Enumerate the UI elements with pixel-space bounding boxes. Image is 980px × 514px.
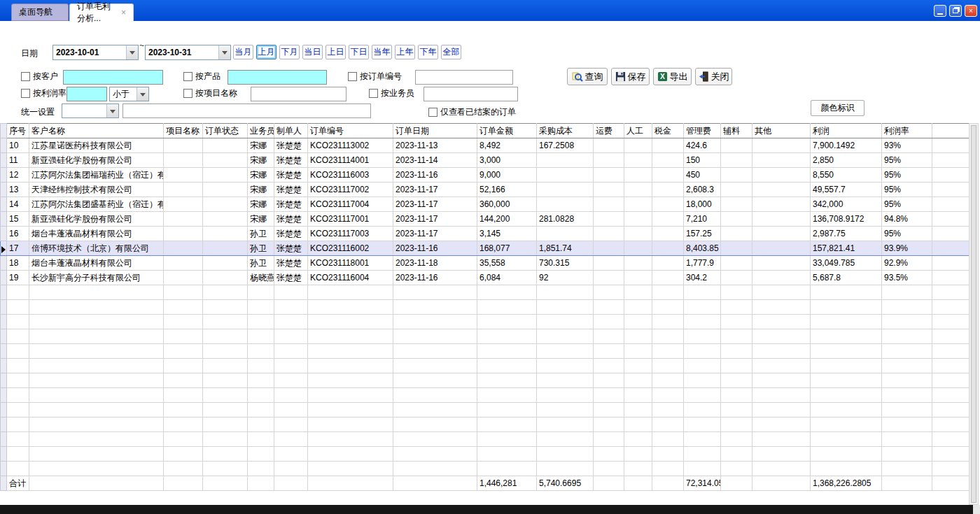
cell-rate[interactable]: 95% — [882, 153, 932, 168]
cell-date[interactable]: 2023-11-13 — [393, 138, 477, 153]
cell-customer[interactable]: 长沙新宇高分子科技有限公司 — [29, 271, 164, 285]
cell-mgmt[interactable]: 8,403.85 — [684, 241, 721, 256]
column-header-order_no[interactable]: 订单编号 — [308, 124, 393, 138]
column-header-mgmt[interactable]: 管理费 — [684, 124, 721, 138]
quick-range-button-全部[interactable]: 全部 — [441, 45, 461, 59]
row-selector-gutter[interactable] — [1, 388, 7, 403]
chevron-down-icon[interactable] — [218, 45, 230, 59]
cell-cost[interactable]: 1,851.74 — [537, 241, 594, 256]
cell-date[interactable]: 2023-11-17 — [393, 197, 477, 212]
cell-order_no[interactable]: KCO231117001 — [308, 212, 393, 227]
tab-order-profit-analysis[interactable]: 订单毛利分析... × — [69, 3, 134, 21]
cell-amount[interactable]: 6,084 — [477, 271, 537, 285]
cell-cost[interactable]: 167.2508 — [537, 138, 594, 153]
table-row[interactable]: 13天津经纬控制技术有限公司宋娜张楚楚KCO2311170022023-11-1… — [1, 183, 970, 197]
row-selector-gutter[interactable] — [1, 476, 7, 491]
tab-close-icon[interactable]: × — [121, 8, 126, 17]
cell-cost[interactable] — [537, 197, 594, 212]
cell-customer[interactable]: 烟台丰蓬液晶材料有限公司 — [29, 256, 164, 271]
cell-creator[interactable]: 张楚楚 — [274, 256, 308, 271]
cell-customer[interactable]: 江苏阿尔法集团福瑞药业（宿迁）有限公司 — [29, 168, 164, 183]
search-button[interactable]: 查询 — [567, 68, 608, 85]
cell-status[interactable] — [203, 138, 248, 153]
only-closed-checkbox[interactable] — [428, 108, 438, 117]
cell-cost[interactable] — [537, 153, 594, 168]
cell-rate[interactable]: 95% — [882, 197, 932, 212]
cell-customer[interactable]: 新亚强硅化学股份有限公司 — [29, 153, 164, 168]
quick-range-button-下月[interactable]: 下月 — [279, 45, 300, 59]
product-filter-input[interactable] — [227, 70, 327, 85]
cell-other[interactable] — [752, 241, 811, 256]
column-header-no[interactable]: 序号 — [7, 124, 29, 138]
cell-cost[interactable] — [537, 183, 594, 197]
cell-amount[interactable]: 52,166 — [477, 183, 537, 197]
cell-salesman[interactable]: 杨晓燕 — [248, 271, 274, 285]
cell-no[interactable]: 16 — [7, 227, 29, 241]
cell-tax[interactable] — [652, 256, 684, 271]
cell-date[interactable]: 2023-11-17 — [393, 212, 477, 227]
cell-tax[interactable] — [652, 227, 684, 241]
cell-status[interactable] — [203, 271, 248, 285]
cell-profit[interactable]: 8,550 — [811, 168, 882, 183]
horizontal-scrollbar[interactable] — [0, 505, 980, 514]
cell-labor[interactable] — [624, 256, 652, 271]
row-selector-gutter[interactable] — [1, 447, 7, 462]
quick-range-button-当月[interactable]: 当月 — [233, 45, 253, 59]
cell-blank[interactable] — [932, 212, 970, 227]
cell-mgmt[interactable]: 2,608.3 — [684, 183, 721, 197]
cell-profit[interactable]: 49,557.7 — [811, 183, 882, 197]
cell-aux[interactable] — [721, 256, 752, 271]
cell-labor[interactable] — [624, 227, 652, 241]
cell-labor[interactable] — [624, 271, 652, 285]
cell-status[interactable] — [203, 168, 248, 183]
cell-freight[interactable] — [594, 153, 624, 168]
row-selector-gutter[interactable] — [1, 197, 7, 212]
cell-date[interactable]: 2023-11-16 — [393, 241, 477, 256]
cell-blank[interactable] — [932, 153, 970, 168]
by-salesman-checkbox[interactable] — [369, 89, 378, 98]
cell-rate[interactable]: 95% — [882, 168, 932, 183]
restore-button[interactable] — [949, 5, 962, 17]
cell-status[interactable] — [203, 227, 248, 241]
cell-salesman[interactable]: 孙卫 — [248, 227, 274, 241]
cell-project[interactable] — [164, 153, 203, 168]
table-row[interactable]: 14江苏阿尔法集团盛基药业（宿迁）有限公司宋娜张楚楚KCO23111700420… — [1, 197, 970, 212]
cell-no[interactable]: 12 — [7, 168, 29, 183]
column-header-customer[interactable]: 客户名称 — [29, 124, 164, 138]
cell-date[interactable]: 2023-11-16 — [393, 271, 477, 285]
row-selector-gutter[interactable] — [1, 241, 7, 256]
cell-salesman[interactable]: 宋娜 — [248, 197, 274, 212]
cell-date[interactable]: 2023-11-18 — [393, 256, 477, 271]
cell-tax[interactable] — [652, 271, 684, 285]
cell-project[interactable] — [164, 138, 203, 153]
cell-amount[interactable]: 168,077 — [477, 241, 537, 256]
column-header-date[interactable]: 订单日期 — [393, 124, 477, 138]
cell-order_no[interactable]: KCO231116004 — [308, 271, 393, 285]
cell-blank[interactable] — [932, 168, 970, 183]
column-header-aux[interactable]: 辅料 — [721, 124, 752, 138]
cell-no[interactable]: 18 — [7, 256, 29, 271]
chevron-down-icon[interactable] — [136, 87, 148, 101]
date-from-combobox[interactable]: 2023-10-01 — [52, 45, 139, 60]
cell-blank[interactable] — [932, 256, 970, 271]
cell-freight[interactable] — [594, 212, 624, 227]
salesman-filter-input[interactable] — [424, 87, 518, 101]
by-customer-checkbox[interactable] — [21, 72, 30, 81]
cell-no[interactable]: 14 — [7, 197, 29, 212]
cell-amount[interactable]: 360,000 — [477, 197, 537, 212]
cell-project[interactable] — [164, 227, 203, 241]
column-header-blank[interactable] — [932, 124, 970, 138]
row-selector-gutter[interactable] — [1, 403, 7, 417]
cell-amount[interactable]: 35,558 — [477, 256, 537, 271]
cell-labor[interactable] — [624, 241, 652, 256]
chevron-down-icon[interactable] — [106, 104, 118, 117]
row-selector-gutter[interactable] — [1, 285, 7, 300]
cell-profit[interactable]: 7,900.1492 — [811, 138, 882, 153]
by-profit-rate-checkbox[interactable] — [21, 89, 30, 98]
cell-rate[interactable]: 95% — [882, 227, 932, 241]
quick-range-button-上月[interactable]: 上月 — [256, 45, 276, 59]
cell-rate[interactable]: 93.5% — [882, 271, 932, 285]
cell-order_no[interactable]: KCO231114001 — [308, 153, 393, 168]
cell-aux[interactable] — [721, 138, 752, 153]
cell-freight[interactable] — [594, 271, 624, 285]
